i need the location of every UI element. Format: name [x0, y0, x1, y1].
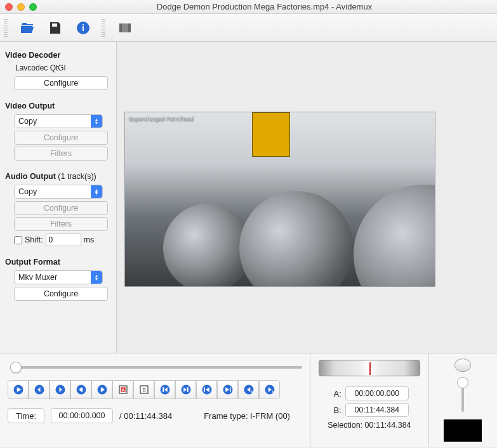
jog-wheel[interactable] [319, 360, 420, 376]
goto-marker-a-button[interactable] [154, 380, 175, 399]
titlebar: Dodge Demon Production Mega Factories.mp… [0, 0, 497, 14]
shift-label: Shift: [25, 235, 43, 244]
first-frame-button[interactable] [196, 380, 217, 399]
video-output-select[interactable]: Copy ▲▼ [14, 114, 103, 128]
output-format-selected: Mkv Muxer [18, 273, 57, 282]
marker-a-value[interactable]: 00:00:00.000 [345, 386, 409, 400]
prev-keyframe-button[interactable] [70, 380, 91, 399]
next-frame-button[interactable] [50, 380, 70, 399]
volume-knob[interactable] [454, 359, 471, 372]
decoder-codec-line: Lavcodec QtGl [15, 63, 112, 72]
video-output-configure-button[interactable]: Configure [14, 131, 108, 145]
sidebar: Video Decoder Lavcodec QtGl Configure Vi… [0, 42, 117, 353]
shift-unit: ms [84, 235, 95, 244]
chevron-updown-icon: ▲▼ [91, 271, 102, 284]
decoder-configure-button[interactable]: Configure [14, 76, 108, 90]
svg-rect-4 [128, 23, 131, 32]
toolbar-grip-2[interactable] [102, 19, 105, 37]
info-button[interactable]: i [74, 18, 93, 37]
svg-rect-16 [162, 387, 164, 392]
video-props-button[interactable] [116, 18, 135, 37]
svg-text:i: i [82, 23, 84, 33]
selection-label: Selection: 00:11:44.384 [328, 421, 411, 430]
volume-slider[interactable] [461, 377, 464, 412]
svg-text:bd: bd [272, 390, 275, 393]
svg-rect-22 [230, 387, 231, 392]
minimize-icon[interactable] [17, 3, 25, 11]
chevron-updown-icon: ▲▼ [91, 115, 102, 128]
seek-thumb[interactable] [10, 362, 22, 373]
audio-output-heading: Audio Output (1 track(s)) [5, 172, 112, 181]
video-preview[interactable]: Supercharged Petrolhead [124, 112, 435, 287]
audio-output-filters-button[interactable]: Filters [14, 217, 108, 231]
output-format-configure-button[interactable]: Configure [14, 287, 108, 301]
last-frame-button[interactable] [217, 380, 238, 399]
goto-marker-b-button[interactable] [175, 380, 196, 399]
chevron-updown-icon: ▲▼ [91, 185, 102, 198]
marker-a-label: A: [330, 389, 341, 399]
thumbnail-preview [444, 419, 482, 442]
svg-rect-20 [204, 387, 205, 392]
next-black-frame-button[interactable]: bd [259, 380, 280, 399]
svg-text:B: B [142, 387, 145, 393]
playback-controls: A B bd bd Time: 00:00:00.000 / 00:11:44.… [0, 353, 497, 447]
main-toolbar: i [0, 14, 497, 42]
set-marker-b-button[interactable]: B [133, 380, 154, 399]
marker-b-value[interactable]: 00:11:44.384 [345, 403, 409, 417]
close-icon[interactable] [5, 3, 13, 11]
set-marker-a-button[interactable]: A [112, 380, 133, 399]
video-decoder-heading: Video Decoder [5, 51, 112, 60]
svg-rect-3 [119, 23, 122, 32]
audio-shift-checkbox[interactable] [14, 236, 22, 244]
next-keyframe-button[interactable] [91, 380, 112, 399]
preview-area: Supercharged Petrolhead [117, 42, 497, 353]
audio-output-configure-button[interactable]: Configure [14, 201, 108, 215]
window-title: Dodge Demon Production Mega Factories.mp… [37, 2, 492, 11]
svg-rect-18 [187, 387, 188, 392]
toolbar-grip[interactable] [4, 19, 8, 37]
video-output-filters-button[interactable]: Filters [14, 147, 108, 161]
maximize-icon[interactable] [29, 3, 37, 11]
svg-text:bd: bd [251, 390, 254, 393]
output-format-select[interactable]: Mkv Muxer ▲▼ [14, 270, 103, 284]
seek-slider[interactable] [10, 366, 302, 369]
save-button[interactable] [46, 18, 65, 37]
frame-type-label: Frame type: I-FRM (00) [204, 411, 290, 421]
svg-text:A: A [121, 388, 124, 392]
time-label: Time: [8, 408, 44, 423]
time-display[interactable]: 00:00:00.000 [51, 408, 113, 423]
video-output-selected: Copy [18, 117, 37, 126]
audio-output-selected: Copy [18, 187, 37, 196]
marker-b-label: B: [330, 405, 341, 415]
open-button[interactable] [18, 18, 37, 37]
video-watermark: Supercharged Petrolhead [129, 116, 194, 122]
prev-frame-button[interactable] [29, 380, 50, 399]
play-button[interactable] [8, 380, 29, 399]
video-output-heading: Video Output [5, 102, 112, 110]
window-controls [5, 3, 37, 11]
audio-shift-input[interactable] [46, 234, 81, 246]
audio-output-select[interactable]: Copy ▲▼ [14, 185, 103, 199]
volume-thumb[interactable] [457, 377, 468, 388]
prev-black-frame-button[interactable]: bd [238, 380, 259, 399]
duration-label: / 00:11:44.384 [119, 411, 172, 421]
output-format-heading: Output Format [5, 258, 112, 267]
